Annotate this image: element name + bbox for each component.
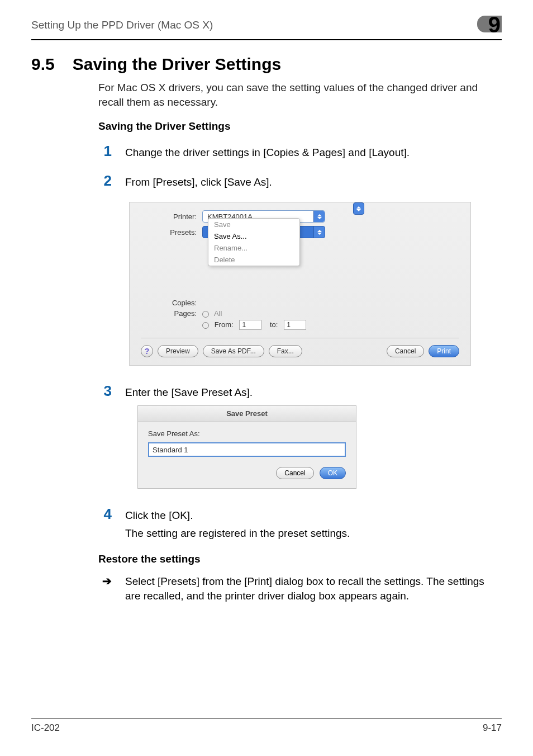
step-1-number: 1 xyxy=(98,143,112,160)
presets-label: Presets: xyxy=(141,228,202,237)
pages-label: Pages: xyxy=(141,309,202,318)
radio-all[interactable] xyxy=(202,311,209,318)
to-input[interactable]: 1 xyxy=(284,320,306,330)
presets-menu: Save Save As... Rename... Delete xyxy=(208,218,300,266)
save-preset-title: Save Preset xyxy=(138,406,356,422)
cancel-button[interactable]: Cancel xyxy=(387,345,424,357)
step-2-text: From [Presets], click [Save As]. xyxy=(125,175,502,190)
print-button[interactable]: Print xyxy=(429,345,459,357)
section-title: Saving the Driver Settings xyxy=(73,55,281,74)
help-button[interactable]: ? xyxy=(141,345,153,357)
section-intro: For Mac OS X drivers, you can save the s… xyxy=(98,81,502,109)
step-4-number: 4 xyxy=(98,505,112,523)
presets-menu-delete[interactable]: Delete xyxy=(208,254,299,266)
step-2-number: 2 xyxy=(98,172,112,190)
step-4-result: The setting are registered in the preset… xyxy=(125,527,502,540)
from-input[interactable]: 1 xyxy=(239,320,261,330)
preview-button[interactable]: Preview xyxy=(158,345,198,357)
printer-label: Printer: xyxy=(141,212,202,221)
save-preset-as-label: Save Preset As: xyxy=(148,429,346,438)
save-preset-ok-button[interactable]: OK xyxy=(320,467,346,479)
step-1-text: Change the driver settings in [Copies & … xyxy=(125,145,502,160)
save-preset-cancel-button[interactable]: Cancel xyxy=(276,467,313,479)
chapter-number: 9 xyxy=(488,12,501,37)
subhead-save-driver: Saving the Driver Settings xyxy=(98,120,502,133)
copies-label: Copies: xyxy=(141,299,202,307)
subhead-restore: Restore the settings xyxy=(98,553,502,565)
pages-to-label: to: xyxy=(270,320,278,329)
combo-caret-icon xyxy=(313,226,325,238)
pages-all-label: All xyxy=(214,309,222,318)
restore-body: Select [Presets] from the [Print] dialog… xyxy=(125,574,502,603)
step-3-text: Enter the [Save Preset As]. xyxy=(125,385,502,400)
radio-from[interactable] xyxy=(202,322,209,329)
arrow-bullet-icon: ➔ xyxy=(98,574,112,588)
presets-menu-save[interactable]: Save xyxy=(208,219,299,230)
footer-right: 9-17 xyxy=(483,722,502,734)
step-4-text: Click the [OK]. xyxy=(125,508,502,523)
pages-from-label: From: xyxy=(215,320,234,329)
save-preset-dialog: Save Preset Save Preset As: Standard 1 C… xyxy=(137,405,356,489)
footer-left: IC-202 xyxy=(31,722,60,734)
save-as-pdf-button[interactable]: Save As PDF... xyxy=(203,345,264,357)
presets-menu-rename[interactable]: Rename... xyxy=(208,242,299,254)
save-preset-as-input[interactable]: Standard 1 xyxy=(148,442,346,457)
combo-caret-icon xyxy=(353,202,364,215)
running-header: Setting Up the PPD Driver (Mac OS X) xyxy=(31,19,213,31)
fax-button[interactable]: Fax... xyxy=(269,345,302,357)
presets-menu-save-as[interactable]: Save As... xyxy=(208,230,299,242)
section-number: 9.5 xyxy=(31,55,55,74)
step-3-number: 3 xyxy=(98,382,112,400)
print-dialog: Printer: KMBT24001A Presets: ✓ Standard xyxy=(129,202,471,366)
chapter-tab: 9 xyxy=(476,12,502,38)
